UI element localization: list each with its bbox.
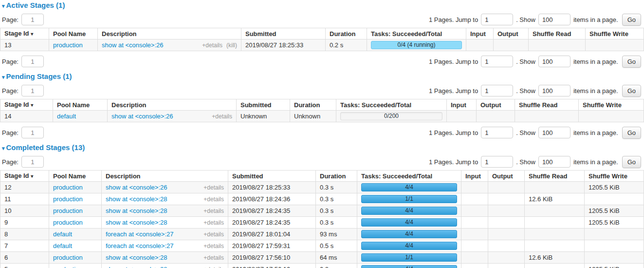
description-link[interactable]: show at <console>:28 bbox=[106, 207, 167, 214]
column-header-shuffle-write[interactable]: Shuffle Write bbox=[579, 99, 644, 111]
jump-to-page-input[interactable] bbox=[481, 56, 513, 67]
page-number-input[interactable] bbox=[21, 127, 44, 138]
column-header-description[interactable]: Description bbox=[108, 99, 237, 111]
column-header-stage-id[interactable]: Stage Id ▾ bbox=[0, 171, 49, 182]
description-link[interactable]: show at <console>:26 bbox=[111, 113, 173, 120]
tasks-progress-bar: 0/200 bbox=[340, 112, 442, 120]
tasks-progress-cell: 0/4 (4 running) bbox=[367, 39, 466, 51]
description-link[interactable]: show at <console>:28 bbox=[106, 219, 167, 226]
pages-jump-label: 1 Pages. Jump to bbox=[429, 158, 478, 166]
go-button[interactable]: Go bbox=[622, 14, 641, 26]
pool-name-link[interactable]: default bbox=[53, 230, 72, 238]
duration-cell: 0.2 s bbox=[316, 264, 357, 268]
show-items-input[interactable] bbox=[538, 85, 570, 96]
section-header-completed-stages[interactable]: ▾Completed Stages (13) bbox=[2, 143, 644, 152]
pool-name-link[interactable]: production bbox=[53, 41, 83, 49]
details-toggle[interactable]: +details bbox=[203, 208, 224, 215]
description-link[interactable]: foreach at <console>:27 bbox=[106, 242, 174, 249]
description-cell: show at <console>:28 +details bbox=[102, 193, 228, 205]
submitted-cell: 2019/08/27 18:25:33 bbox=[241, 39, 326, 51]
column-header-stage-id[interactable]: Stage Id ▾ bbox=[0, 99, 53, 111]
go-button[interactable]: Go bbox=[622, 56, 641, 68]
section-header-pending-stages[interactable]: ▾Pending Stages (1) bbox=[2, 72, 644, 80]
page-number-input[interactable] bbox=[21, 14, 44, 25]
details-toggle[interactable]: +details bbox=[203, 231, 224, 238]
pool-name-link[interactable]: default bbox=[57, 113, 76, 120]
column-header-tasks[interactable]: Tasks: Succeeded/Total bbox=[367, 28, 466, 39]
details-toggle[interactable]: +details bbox=[203, 254, 224, 262]
details-toggle[interactable]: +details bbox=[203, 266, 224, 268]
column-header-output[interactable]: Output bbox=[494, 28, 529, 39]
description-link[interactable]: foreach at <console>:27 bbox=[106, 230, 174, 238]
details-toggle[interactable]: +details bbox=[203, 196, 224, 203]
column-header-input[interactable]: Input bbox=[447, 99, 477, 111]
page-number-input[interactable] bbox=[21, 85, 44, 96]
tasks-progress-bar: 4/4 bbox=[361, 218, 457, 227]
jump-to-page-input[interactable] bbox=[481, 156, 513, 168]
column-header-description[interactable]: Description bbox=[98, 28, 241, 39]
input-cell bbox=[461, 264, 488, 268]
column-header-duration[interactable]: Duration bbox=[316, 171, 357, 182]
details-toggle[interactable]: +details bbox=[212, 113, 232, 120]
input-cell bbox=[461, 240, 488, 252]
column-header-output[interactable]: Output bbox=[477, 99, 515, 111]
column-header-duration[interactable]: Duration bbox=[290, 99, 336, 111]
description-link[interactable]: show at <console>:26 bbox=[106, 184, 167, 191]
page-number-input[interactable] bbox=[21, 156, 44, 168]
section-header-active-stages[interactable]: ▾Active Stages (1) bbox=[2, 1, 644, 9]
description-cell: show at <console>:26 +details bbox=[108, 111, 237, 122]
pool-name-link[interactable]: production bbox=[53, 219, 83, 226]
show-items-input[interactable] bbox=[538, 14, 570, 25]
description-link[interactable]: show at <console>:28 bbox=[106, 195, 167, 203]
jump-to-page-input[interactable] bbox=[481, 127, 513, 138]
column-header-stage-id[interactable]: Stage Id ▾ bbox=[0, 28, 49, 39]
description-link[interactable]: show at <console>:28 bbox=[106, 266, 167, 268]
column-header-submitted[interactable]: Submitted bbox=[228, 171, 316, 182]
shuffle-read-cell bbox=[525, 182, 585, 193]
output-cell bbox=[488, 193, 525, 205]
pool-name-link[interactable]: production bbox=[53, 207, 83, 214]
column-header-shuffle-write[interactable]: Shuffle Write bbox=[586, 28, 644, 39]
page-label: Page: bbox=[2, 87, 18, 95]
show-items-input[interactable] bbox=[538, 127, 570, 138]
description-link[interactable]: show at <console>:26 bbox=[102, 41, 163, 49]
page-number-input[interactable] bbox=[21, 56, 44, 67]
column-header-input[interactable]: Input bbox=[466, 28, 494, 39]
column-header-shuffle-read[interactable]: Shuffle Read bbox=[515, 99, 579, 111]
details-toggle[interactable]: +details bbox=[203, 243, 224, 250]
column-header-pool-name[interactable]: Pool Name bbox=[49, 171, 102, 182]
pool-name-link[interactable]: production bbox=[53, 266, 83, 268]
show-items-input[interactable] bbox=[538, 156, 570, 168]
column-header-shuffle-write[interactable]: Shuffle Write bbox=[585, 171, 644, 182]
pool-name-link[interactable]: default bbox=[53, 242, 72, 249]
pool-name-link[interactable]: production bbox=[53, 254, 83, 261]
column-header-submitted[interactable]: Submitted bbox=[241, 28, 326, 39]
column-header-pool-name[interactable]: Pool Name bbox=[53, 99, 108, 111]
column-header-description[interactable]: Description bbox=[102, 171, 228, 182]
column-header-input[interactable]: Input bbox=[461, 171, 488, 182]
column-header-shuffle-read[interactable]: Shuffle Read bbox=[525, 171, 585, 182]
jump-to-page-input[interactable] bbox=[481, 85, 513, 96]
jump-to-page-input[interactable] bbox=[481, 14, 513, 25]
details-toggle[interactable]: +details bbox=[202, 42, 222, 49]
go-button[interactable]: Go bbox=[622, 156, 641, 168]
show-items-input[interactable] bbox=[538, 56, 570, 67]
details-toggle[interactable]: +details bbox=[203, 219, 224, 227]
column-header-shuffle-read[interactable]: Shuffle Read bbox=[529, 28, 586, 39]
table-row: 5 production show at <console>:28 +detai… bbox=[0, 264, 644, 268]
column-header-output[interactable]: Output bbox=[488, 171, 525, 182]
go-button[interactable]: Go bbox=[622, 85, 641, 97]
column-header-tasks[interactable]: Tasks: Succeeded/Total bbox=[357, 171, 461, 182]
output-cell bbox=[488, 217, 525, 229]
pool-name-link[interactable]: production bbox=[53, 195, 83, 203]
column-header-duration[interactable]: Duration bbox=[326, 28, 367, 39]
column-header-tasks[interactable]: Tasks: Succeeded/Total bbox=[336, 99, 447, 111]
kill-link[interactable]: (kill) bbox=[226, 42, 237, 49]
column-header-pool-name[interactable]: Pool Name bbox=[49, 28, 98, 39]
pool-name-link[interactable]: production bbox=[53, 184, 83, 191]
output-cell bbox=[488, 264, 525, 268]
details-toggle[interactable]: +details bbox=[203, 184, 224, 191]
column-header-submitted[interactable]: Submitted bbox=[237, 99, 290, 111]
description-link[interactable]: show at <console>:28 bbox=[106, 254, 167, 261]
go-button[interactable]: Go bbox=[622, 127, 641, 139]
